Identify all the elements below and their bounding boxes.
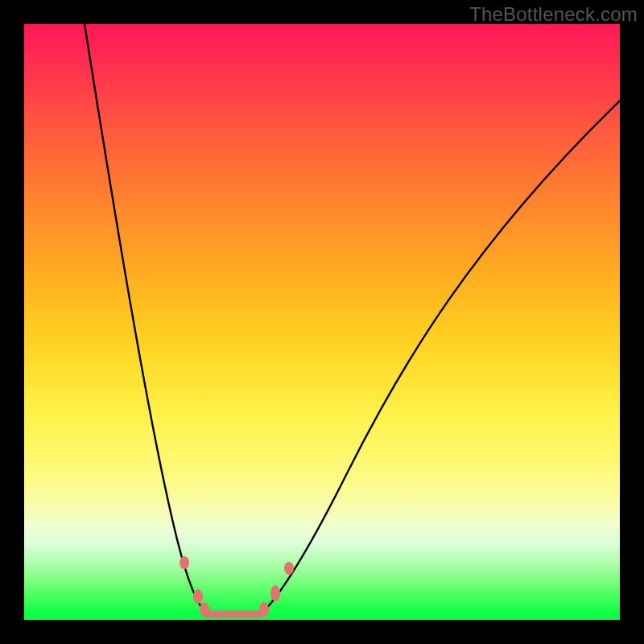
watermark-text: TheBottleneck.com xyxy=(469,3,638,26)
right-curve xyxy=(260,101,620,614)
chart-frame: TheBottleneck.com xyxy=(0,0,644,644)
left-marker-lower xyxy=(200,602,209,617)
plot-area xyxy=(24,24,620,620)
left-marker-upper xyxy=(180,556,189,569)
right-marker-lower xyxy=(259,602,269,617)
curves-svg xyxy=(24,24,620,620)
left-curve xyxy=(85,24,208,614)
left-marker-mid xyxy=(193,589,203,604)
right-marker-top xyxy=(284,562,294,575)
right-marker-upper xyxy=(270,585,280,601)
